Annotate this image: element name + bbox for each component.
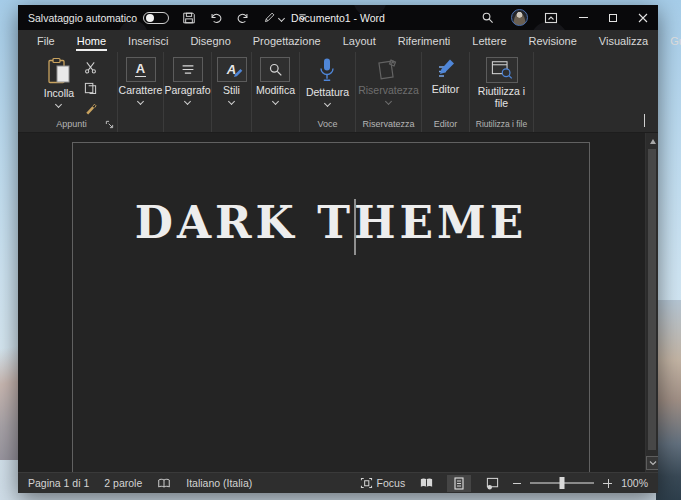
- appunti-group-label: Appunti: [56, 119, 87, 129]
- wallpaper-right-mountain: [656, 300, 681, 500]
- chevron-down-icon: [184, 98, 191, 105]
- collapse-ribbon-button[interactable]: [644, 114, 645, 126]
- zoom-in-button[interactable]: [603, 479, 612, 488]
- maximize-button[interactable]: [598, 5, 628, 30]
- voce-group-label: Voce: [317, 119, 337, 129]
- editor-group-label: Editor: [434, 119, 458, 129]
- chevron-down-icon: [55, 101, 62, 108]
- scrollbar-options-button[interactable]: [646, 456, 658, 470]
- print-layout-icon: [454, 477, 464, 490]
- editor-label: Editor: [432, 83, 459, 95]
- zoom-out-button[interactable]: [513, 483, 521, 484]
- minimize-button[interactable]: [568, 5, 598, 30]
- zoom-slider[interactable]: [530, 482, 594, 484]
- chevron-down-icon: [385, 98, 392, 105]
- chevron-down-icon: [228, 98, 235, 105]
- riutilizza-label: Riutilizza i file: [473, 85, 531, 109]
- language-indicator[interactable]: Italiano (Italia): [186, 477, 252, 489]
- chevron-down-icon: [278, 14, 285, 21]
- modifica-label: Modifica: [256, 84, 295, 96]
- tab-home[interactable]: Home: [66, 30, 117, 52]
- editor-button[interactable]: Editor: [432, 57, 459, 95]
- stili-button[interactable]: A Stili: [217, 57, 247, 104]
- focus-icon: [360, 477, 373, 489]
- account-avatar[interactable]: [504, 5, 534, 30]
- wallpaper-left-mountain: [0, 320, 20, 460]
- redo-button[interactable]: [236, 11, 250, 25]
- ribbon-group-carattere: A Carattere: [118, 52, 164, 132]
- avatar-image: [511, 9, 528, 26]
- ribbon-group-editor: Editor Editor: [422, 52, 470, 132]
- web-layout-icon: [486, 477, 499, 490]
- editor-pen-icon: [435, 57, 457, 81]
- close-button[interactable]: [628, 5, 658, 30]
- desktop-wallpaper: Salvataggio automatico: [0, 0, 681, 500]
- tab-inserisci[interactable]: Inserisci: [117, 30, 179, 52]
- scrollbar-thumb[interactable]: [648, 149, 656, 450]
- word-count[interactable]: 2 parole: [104, 477, 142, 489]
- paragrafo-label: Paragrafo: [164, 84, 210, 96]
- tab-guida[interactable]: Guida: [659, 30, 681, 52]
- text-cursor: [354, 199, 356, 255]
- format-painter-button[interactable]: [81, 102, 99, 117]
- autosave-toggle[interactable]: Salvataggio automatico: [28, 12, 169, 24]
- riutilizza-button[interactable]: Riutilizza i file: [473, 57, 531, 109]
- search-button[interactable]: [470, 5, 504, 30]
- paste-clipboard-icon: [47, 57, 71, 85]
- dettatura-button[interactable]: Dettatura: [306, 57, 349, 106]
- toggle-off-icon: [143, 12, 169, 24]
- triangle-up-icon: [650, 139, 656, 144]
- copy-icon: [84, 82, 97, 95]
- ribbon-display-options-button[interactable]: [534, 5, 568, 30]
- print-layout-button[interactable]: [447, 475, 471, 492]
- scroll-up-button[interactable]: [646, 136, 658, 146]
- ribbon-group-stili: A Stili: [212, 52, 252, 132]
- tab-visualizza[interactable]: Visualizza: [588, 30, 659, 52]
- dialog-launcher-icon: [105, 120, 114, 129]
- web-layout-button[interactable]: [480, 475, 504, 492]
- tab-disegno[interactable]: Disegno: [179, 30, 241, 52]
- ribbon-group-modifica: Modifica: [252, 52, 300, 132]
- tab-layout[interactable]: Layout: [332, 30, 387, 52]
- ribbon-group-appunti: Incolla: [26, 52, 118, 132]
- tab-file[interactable]: File: [26, 30, 66, 52]
- proofing-status[interactable]: [157, 478, 171, 489]
- title-bar: Salvataggio automatico: [18, 5, 658, 30]
- ribbon-tab-row: File Home Inserisci Disegno Progettazion…: [18, 30, 658, 52]
- undo-icon: [209, 11, 223, 25]
- tab-progettazione[interactable]: Progettazione: [242, 30, 332, 52]
- draw-tool-button[interactable]: [263, 11, 284, 24]
- copy-button[interactable]: [81, 81, 99, 96]
- page-indicator[interactable]: Pagina 1 di 1: [28, 477, 89, 489]
- read-mode-button[interactable]: [414, 475, 438, 492]
- cut-button[interactable]: [81, 60, 99, 75]
- zoom-level[interactable]: 100%: [621, 477, 648, 489]
- save-button[interactable]: [182, 11, 196, 25]
- undo-button[interactable]: [209, 11, 223, 25]
- close-icon: [638, 13, 648, 23]
- carattere-button[interactable]: A Carattere: [119, 57, 163, 104]
- ribbon-group-riservatezza: Riservatezza Riservatezza: [356, 52, 422, 132]
- tab-riferimenti[interactable]: Riferimenti: [387, 30, 462, 52]
- focus-mode-button[interactable]: Focus: [360, 477, 406, 489]
- window-title: Documento1 - Word: [291, 5, 385, 30]
- tab-revisione[interactable]: Revisione: [518, 30, 588, 52]
- styles-pencil-icon: [233, 68, 243, 78]
- vertical-scrollbar[interactable]: [645, 133, 658, 472]
- proofing-book-icon: [157, 478, 171, 489]
- ribbon-group-riutilizza: Riutilizza i file Riutilizza i file: [470, 52, 534, 132]
- modifica-button[interactable]: Modifica: [256, 57, 295, 104]
- document-text[interactable]: DARK THEME: [73, 201, 589, 245]
- redo-icon: [236, 11, 250, 25]
- incolla-button[interactable]: Incolla: [44, 57, 74, 107]
- chevron-down-icon: [272, 98, 279, 105]
- paragrafo-button[interactable]: Paragrafo: [164, 57, 210, 104]
- appunti-dialog-launcher[interactable]: [105, 120, 114, 129]
- zoom-slider-thumb[interactable]: [560, 477, 565, 489]
- scissors-icon: [84, 61, 97, 74]
- word-window: Salvataggio automatico: [18, 5, 658, 493]
- document-page[interactable]: DARK THEME: [72, 142, 590, 472]
- dettatura-label: Dettatura: [306, 86, 349, 98]
- riservatezza-button[interactable]: Riservatezza: [358, 57, 419, 104]
- tab-lettere[interactable]: Lettere: [461, 30, 517, 52]
